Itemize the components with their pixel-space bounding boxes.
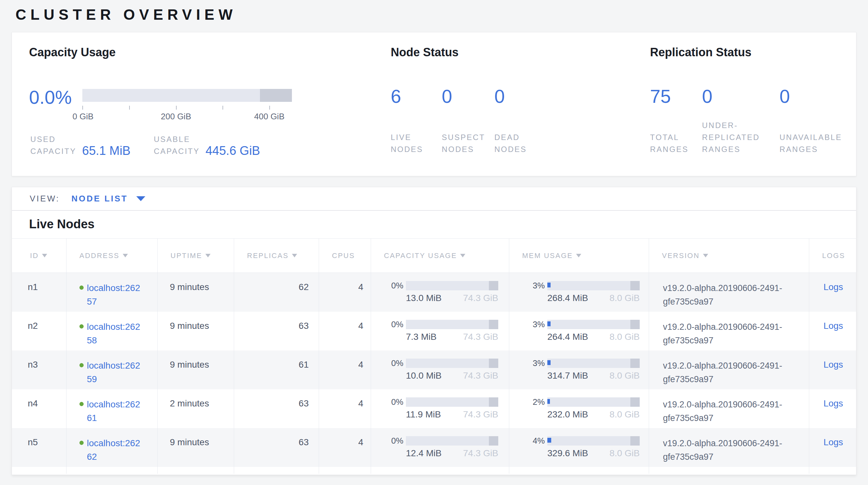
node-logs-cell: Logs — [809, 312, 857, 350]
capacity-total-value: 74.3 GiB — [463, 448, 498, 458]
node-cpus: 4 — [319, 312, 371, 350]
mem-bar — [547, 281, 640, 290]
node-id: n5 — [12, 428, 66, 467]
node-version-cell: v19.2.0-alpha.20190606-2491- gfe735c9a97 — [649, 273, 809, 312]
capacity-total-value: 74.3 GiB — [463, 371, 498, 381]
mem-percent-label: 3% — [509, 281, 545, 291]
under-replicated-ranges-value: 0 — [702, 86, 712, 107]
unavailable-ranges-value: 0 — [779, 86, 790, 107]
mem-percent-label: 3% — [509, 319, 545, 330]
mem-used-value: 232.0 MiB — [547, 409, 588, 420]
sort-arrow-icon — [206, 254, 211, 257]
node-cpus: 4 — [319, 389, 371, 428]
node-id: n1 — [12, 273, 66, 312]
node-address-cell: localhost:262 61 — [66, 389, 158, 428]
capacity-used-value: 10.0 MiB — [406, 371, 442, 381]
column-header-capacity-usage[interactable]: CAPACITY USAGE — [371, 238, 509, 273]
unavailable-ranges-stat: 0 UNAVAILABLE RANGES — [779, 32, 850, 176]
column-header-version[interactable]: VERSION — [649, 238, 809, 273]
mem-total-value: 8.0 GiB — [610, 293, 640, 303]
column-header-uptime[interactable]: UPTIME — [158, 238, 234, 273]
logs-link[interactable]: Logs — [824, 282, 843, 292]
node-cpus: 4 — [319, 350, 371, 389]
live-nodes-heading: Live Nodes — [12, 211, 856, 238]
sort-arrow-icon — [460, 254, 465, 257]
dead-nodes-label: DEAD NODES — [494, 131, 527, 155]
node-uptime: 9 minutes — [158, 312, 234, 350]
node-capacity-usage-cell: 0% 12.4 MiB 74.3 GiB — [371, 428, 509, 467]
node-address-cell: localhost:262 57 — [66, 273, 158, 312]
node-replicas: 63 — [234, 428, 319, 467]
view-bar: VIEW: NODE LIST — [12, 187, 856, 211]
chevron-down-icon — [136, 196, 145, 201]
capacity-percent-label: 0% — [371, 319, 403, 330]
capacity-percent-label: 0% — [371, 397, 403, 407]
mem-used-value: 329.6 MiB — [547, 448, 588, 458]
logs-link[interactable]: Logs — [824, 437, 843, 447]
column-header-mem-usage[interactable]: MEM USAGE — [509, 238, 649, 273]
usable-capacity-label: USABLE CAPACITY — [154, 133, 199, 157]
node-list-panel: VIEW: NODE LIST Live Nodes ID ADDRESS UP… — [11, 187, 857, 475]
suspect-nodes-value: 0 — [442, 86, 452, 107]
node-cpus: 4 — [319, 428, 371, 467]
mem-bar — [547, 397, 640, 407]
node-replicas: 61 — [234, 350, 319, 389]
used-capacity-value: 65.1 MiB — [82, 144, 130, 157]
node-uptime: 9 minutes — [158, 273, 234, 312]
capacity-gauge-track — [82, 89, 292, 102]
node-version-cell: v19.2.0-alpha.20190606-2491- gfe735c9a97 — [649, 428, 809, 467]
live-status-dot-icon — [80, 324, 84, 329]
node-logs-cell: Logs — [809, 428, 857, 467]
node-logs-cell: Logs — [809, 389, 857, 428]
node-capacity-usage-cell: 0% 7.3 MiB 74.3 GiB — [371, 312, 509, 350]
live-status-dot-icon — [80, 402, 84, 406]
column-header-address[interactable]: ADDRESS — [66, 238, 158, 273]
suspect-nodes-stat: 0 SUSPECT NODES — [442, 32, 494, 176]
node-capacity-usage-cell: 0% 13.0 MiB 74.3 GiB — [371, 273, 509, 312]
mem-used-value: 264.4 MiB — [547, 332, 588, 342]
capacity-usage-section: Capacity Usage 0.0% 0 GiB 200 GiB 400 Gi… — [29, 32, 371, 176]
node-address-link[interactable]: localhost:262 59 — [87, 359, 140, 386]
dead-nodes-value: 0 — [494, 86, 505, 107]
capacity-total-value: 74.3 GiB — [463, 332, 498, 342]
node-id: n3 — [12, 350, 66, 389]
node-address-link[interactable]: localhost:262 61 — [87, 398, 140, 425]
node-address-link[interactable]: localhost:262 58 — [87, 320, 140, 347]
node-logs-cell: Logs — [809, 273, 857, 312]
node-mem-usage-cell: 2% 232.0 MiB 8.0 GiB — [509, 389, 649, 428]
node-address-link[interactable]: localhost:262 62 — [87, 436, 140, 464]
total-ranges-stat: 75 TOTAL RANGES — [650, 32, 702, 176]
logs-link[interactable]: Logs — [824, 398, 843, 408]
capacity-bar — [406, 281, 498, 290]
column-header-replicas[interactable]: REPLICAS — [234, 238, 319, 273]
view-selector-dropdown[interactable]: NODE LIST — [71, 194, 145, 204]
capacity-bar — [406, 436, 498, 446]
logs-link[interactable]: Logs — [824, 360, 843, 370]
node-version-cell: v19.2.0-alpha.20190606-2491- gfe735c9a97 — [649, 389, 809, 428]
mem-percent-label: 3% — [509, 358, 545, 368]
mem-used-value: 314.7 MiB — [547, 371, 588, 381]
capacity-bar — [406, 359, 498, 368]
view-selected-value: NODE LIST — [71, 194, 128, 204]
capacity-gauge-ticks — [82, 106, 292, 110]
node-replicas: 62 — [234, 273, 319, 312]
mem-percent-label: 2% — [509, 397, 545, 407]
node-uptime: 2 minutes — [158, 389, 234, 428]
node-status-section: Node Status 6 LIVE NODES 0 SUSPECT NODES… — [391, 32, 630, 176]
column-header-cpus[interactable]: CPUS — [319, 238, 371, 273]
replication-status-section: Replication Status 75 TOTAL RANGES 0 UND… — [650, 32, 857, 176]
capacity-used-value: 13.0 MiB — [406, 293, 442, 303]
mem-total-value: 8.0 GiB — [610, 409, 640, 420]
node-address-link[interactable]: localhost:262 57 — [87, 281, 140, 309]
node-uptime: 9 minutes — [158, 428, 234, 467]
used-capacity-stat: USED CAPACITY 65.1 MiB — [30, 133, 130, 157]
under-replicated-ranges-stat: 0 UNDER- REPLICATED RANGES — [702, 32, 779, 176]
mem-bar — [547, 436, 640, 446]
node-address-cell: localhost:262 59 — [66, 350, 158, 389]
live-status-dot-icon — [80, 441, 84, 445]
column-header-id[interactable]: ID — [12, 238, 66, 273]
logs-link[interactable]: Logs — [824, 321, 843, 331]
live-nodes-stat: 6 LIVE NODES — [391, 32, 442, 176]
table-row: n4 localhost:262 61 2 minutes 63 4 0% 11… — [12, 389, 856, 428]
live-status-dot-icon — [80, 286, 84, 290]
